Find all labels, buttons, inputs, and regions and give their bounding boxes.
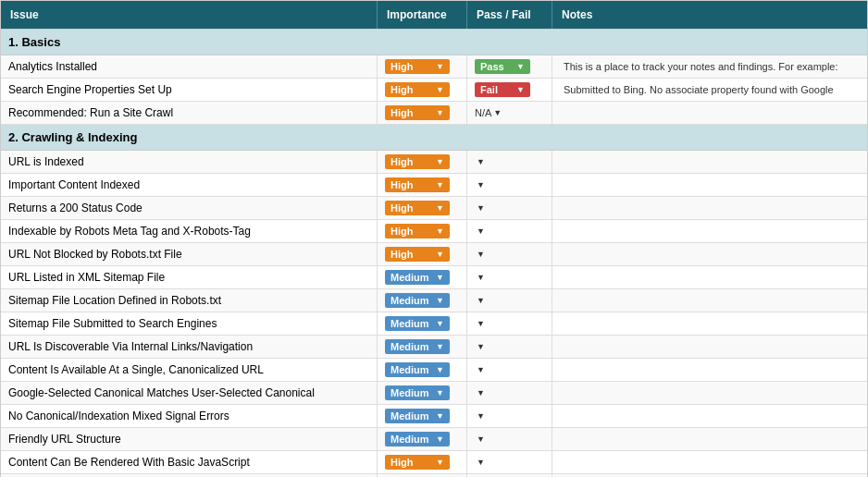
issue-cell: Search Engine Properties Set Up (1, 79, 378, 101)
importance-badge[interactable]: High▼ (385, 59, 450, 74)
table-row: No Canonical/Indexation Mixed Signal Err… (1, 405, 867, 428)
pass-fail-cell[interactable]: ▼ (467, 359, 552, 381)
dropdown-arrow-icon: ▼ (436, 108, 444, 117)
pass-fail-badge[interactable]: Pass▼ (475, 59, 530, 74)
pass-fail-cell[interactable]: ▼ (467, 336, 552, 358)
importance-badge[interactable]: High▼ (385, 154, 450, 169)
issue-cell: URL is Indexed (1, 151, 378, 173)
importance-cell[interactable]: High▼ (378, 55, 467, 78)
importance-badge[interactable]: Medium▼ (385, 409, 450, 423)
pass-fail-cell[interactable]: ▼ (467, 405, 552, 427)
section-title: 1. Basics (1, 30, 867, 55)
pass-fail-cell[interactable]: ▼ (467, 197, 552, 219)
dropdown-arrow-icon: ▼ (477, 342, 485, 351)
pass-fail-cell[interactable]: ▼ (467, 266, 552, 288)
importance-badge[interactable]: Medium▼ (385, 293, 450, 308)
table-row: Google-Selected Canonical Matches User-S… (1, 382, 867, 405)
importance-cell[interactable]: Medium▼ (378, 266, 467, 288)
pass-fail-cell[interactable]: ▼ (467, 220, 552, 242)
importance-cell[interactable]: High▼ (378, 102, 467, 124)
pass-fail-dropdown[interactable]: ▼ (475, 273, 485, 282)
pass-fail-cell[interactable]: ▼ (467, 312, 552, 335)
dropdown-arrow-icon: ▼ (477, 250, 485, 259)
importance-badge[interactable]: Medium▼ (385, 316, 450, 331)
pass-fail-dropdown[interactable]: ▼ (475, 319, 485, 328)
pass-fail-cell[interactable]: ▼ (467, 243, 552, 265)
pass-fail-cell[interactable]: ▼ (467, 151, 552, 173)
pass-fail-dropdown[interactable]: ▼ (475, 180, 485, 190)
importance-badge[interactable]: High▼ (385, 455, 450, 470)
na-value[interactable]: N/A ▼ (475, 107, 502, 118)
pass-fail-cell[interactable]: Pass▼ (467, 55, 552, 78)
importance-badge[interactable]: High▼ (385, 224, 450, 238)
importance-cell[interactable]: High▼ (378, 151, 467, 173)
importance-cell[interactable]: High▼ (378, 197, 467, 219)
pass-fail-dropdown[interactable]: ▼ (475, 388, 485, 398)
notes-cell (552, 197, 867, 219)
importance-badge[interactable]: High▼ (385, 201, 450, 215)
pass-fail-dropdown[interactable]: ▼ (475, 342, 485, 351)
pass-fail-dropdown[interactable]: ▼ (475, 411, 485, 421)
pass-fail-dropdown[interactable]: ▼ (475, 226, 485, 236)
importance-badge[interactable]: High▼ (385, 105, 450, 120)
dropdown-arrow-icon: ▼ (436, 365, 444, 374)
dropdown-arrow-icon: ▼ (436, 388, 444, 398)
pass-fail-cell[interactable]: Fail▼ (467, 79, 552, 101)
dropdown-arrow-icon: ▼ (436, 85, 444, 94)
pass-fail-dropdown[interactable]: ▼ (475, 434, 485, 444)
pass-fail-cell[interactable]: ▼ (467, 428, 552, 450)
importance-cell[interactable]: Medium▼ (378, 336, 467, 358)
importance-badge[interactable]: High▼ (385, 247, 450, 262)
importance-cell[interactable]: Medium▼ (378, 405, 467, 427)
importance-cell[interactable]: Medium▼ (378, 359, 467, 381)
issue-cell: Sitemap File Location Defined in Robots.… (1, 289, 378, 312)
importance-badge[interactable]: Medium▼ (385, 432, 450, 446)
importance-cell[interactable]: High▼ (378, 174, 467, 196)
pass-fail-dropdown[interactable]: ▼ (475, 365, 485, 374)
importance-cell[interactable]: Medium▼ (378, 289, 467, 312)
notes-cell (552, 451, 867, 473)
pass-fail-badge[interactable]: Fail▼ (475, 82, 530, 97)
importance-cell[interactable]: High▼ (378, 220, 467, 242)
notes-cell (552, 243, 867, 265)
table-row: Important Content IndexedHigh▼▼ (1, 174, 867, 197)
pass-fail-cell[interactable]: N/A ▼ (467, 102, 552, 124)
dropdown-arrow-icon: ▼ (436, 203, 444, 213)
importance-badge[interactable]: Medium▼ (385, 270, 450, 285)
pass-fail-dropdown[interactable]: ▼ (475, 157, 485, 166)
dropdown-arrow-icon: ▼ (477, 226, 485, 236)
pass-fail-dropdown[interactable]: ▼ (475, 458, 485, 467)
dropdown-arrow-icon: ▼ (477, 203, 485, 213)
importance-cell[interactable]: High▼ (378, 243, 467, 265)
pass-fail-cell[interactable]: ▼ (467, 382, 552, 404)
dropdown-arrow-icon: ▼ (477, 180, 485, 190)
dropdown-arrow-icon: ▼ (436, 250, 444, 259)
importance-cell[interactable]: Medium▼ (378, 382, 467, 404)
header-issue: Issue (1, 1, 378, 29)
importance-badge[interactable]: Medium▼ (385, 339, 450, 354)
table-row: URL Is Discoverable Via Internal Links/N… (1, 336, 867, 359)
pass-fail-dropdown[interactable]: ▼ (475, 296, 485, 305)
dropdown-arrow-icon: ▼ (436, 342, 444, 351)
issue-cell: Analytics Installed (1, 55, 378, 78)
pass-fail-dropdown[interactable]: ▼ (475, 250, 485, 259)
pass-fail-cell[interactable]: ▼ (467, 174, 552, 196)
pass-fail-cell[interactable]: ▼ (467, 289, 552, 312)
pass-fail-dropdown[interactable]: ▼ (475, 203, 485, 213)
importance-badge[interactable]: High▼ (385, 82, 450, 97)
issue-cell: URL Not Blocked by Robots.txt File (1, 243, 378, 265)
notes-cell (552, 151, 867, 173)
importance-cell[interactable]: Medium▼ (378, 312, 467, 335)
importance-cell[interactable]: High▼ (378, 451, 467, 473)
pass-fail-cell[interactable]: ▼ (467, 451, 552, 473)
table-row: Friendly URL StructureMedium▼▼ (1, 428, 867, 451)
importance-badge[interactable]: High▼ (385, 177, 450, 192)
importance-cell[interactable]: Medium▼ (378, 428, 467, 450)
importance-badge[interactable]: Medium▼ (385, 362, 450, 377)
table-row: Content Can Be Rendered With Basic JavaS… (1, 451, 867, 474)
importance-cell[interactable]: High▼ (378, 79, 467, 101)
dropdown-arrow-icon: ▼ (477, 434, 485, 444)
dropdown-arrow-icon: ▼ (436, 411, 444, 421)
header-importance: Importance (378, 1, 467, 29)
importance-badge[interactable]: Medium▼ (385, 385, 450, 400)
